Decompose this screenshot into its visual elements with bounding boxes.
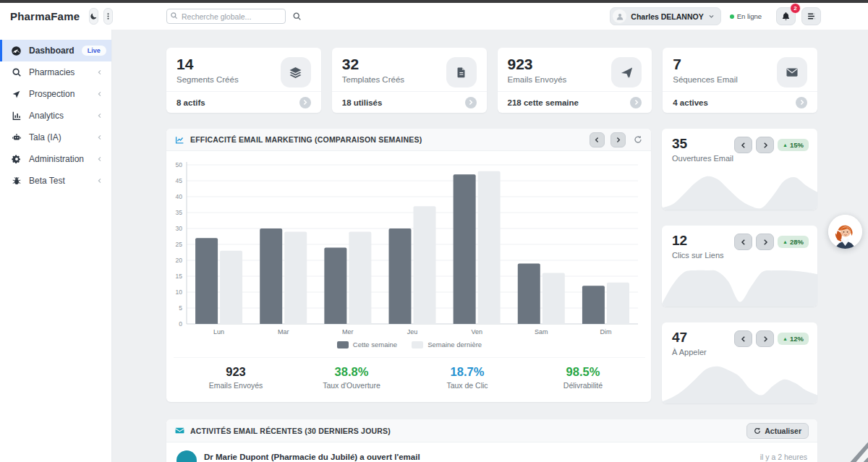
svg-text:Ven: Ven [471,328,482,335]
svg-text:45: 45 [176,177,183,184]
stat-card-top: 923 Emails Envoyés [508,56,642,87]
chart-kpi-value: 98.5% [525,365,641,379]
refresh-activities-button[interactable]: Actualiser [746,423,809,439]
menu-button[interactable] [801,7,821,25]
activity-avatar [176,450,197,462]
chevron-left-icon [97,134,103,140]
sidebar-item-label: Pharmacies [29,67,90,77]
header-right-cluster: Charles DELANNOY En ligne 2 [610,7,868,25]
app-logo: PharmaFame [10,10,80,22]
stat-footer-text: 8 actifs [176,98,205,107]
kpi-next-button[interactable] [756,137,774,153]
sidebar-item-label: Analytics [29,111,90,121]
stat-label: Séquences Email [673,75,738,84]
stat-value: 7 [673,56,738,72]
sidebar-item-pharmacies[interactable]: Pharmacies [0,61,111,83]
main-row: EFFICACITÉ EMAIL MARKETING (COMPARAISON … [166,129,817,403]
activity-row[interactable]: Dr Marie Dupont (Pharmacie du Jubilé) a … [166,442,817,462]
gear-icon [11,154,22,164]
legend-item: Semaine dernière [412,341,482,348]
sidebar-item-beta-test[interactable]: Beta Test [0,170,111,192]
kpi-value: 47 [672,330,707,345]
sidebar-item-label: Beta Test [29,176,90,186]
user-name: Charles DELANNOY [631,12,703,21]
legend-swatch [337,341,349,348]
stat-card-footer: 218 cette semaine [498,91,652,113]
stat-footer-text: 218 cette semaine [508,98,579,107]
sidebar-item-dashboard[interactable]: DashboardLive [0,40,111,61]
kpi-label: Ouvertures Email [672,154,733,163]
kpi-prev-button[interactable] [734,137,752,153]
sidebar-item-administration[interactable]: Administration [0,148,111,170]
more-options-button[interactable] [103,8,113,25]
activities-list: Dr Marie Dupont (Pharmacie du Jubilé) a … [166,442,817,462]
stat-card-footer: 18 utilisés [332,91,487,113]
go-arrow-icon[interactable] [465,97,477,108]
sidebar-item-label: Tala (IA) [29,132,90,142]
go-arrow-icon[interactable] [630,97,642,108]
chart-next-button[interactable] [610,132,626,147]
user-avatar [613,9,626,23]
go-arrow-icon[interactable] [299,97,311,108]
search-submit-icon[interactable] [292,12,302,21]
send-icon [11,90,22,99]
chart-kpi-label: Délivrabilité [525,381,641,390]
chart-kpi-label: Emails Envoyés [178,381,294,390]
chart-kpi: 38.8% Taux d'Ouverture [294,365,409,390]
stat-card-top: 14 Segments Créés [176,56,311,87]
go-arrow-icon[interactable] [796,97,807,108]
kpi-value: 35 [672,137,733,151]
sidebar-item-tala-ia[interactable]: Tala (IA) [0,127,111,148]
stat-card: 14 Segments Créés 8 actifs [166,48,321,113]
brand-zone: PharmaFame [0,8,112,25]
chart-kpi-value: 923 [178,365,294,379]
kpi-controls: ▲ 12% [734,330,809,356]
activity-text: Dr Marie Dupont (Pharmacie du Jubilé) a … [204,450,753,461]
online-status: En ligne [730,12,762,20]
svg-text:30: 30 [176,225,183,232]
kpi-controls: ▲ 28% [734,234,809,260]
search-zone [166,9,302,24]
assistant-avatar-button[interactable] [828,215,862,249]
svg-text:0: 0 [179,320,182,328]
svg-text:Jeu: Jeu [407,328,418,335]
stat-card-text: 32 Templates Créés [342,56,404,87]
stat-cards-row: 14 Segments Créés 8 actifs 32 Templates … [166,48,817,113]
file-icon [446,57,477,87]
legend-swatch [412,341,423,348]
kpi-card-top: 12 Clics sur Liens ▲ 28% [662,226,817,260]
sidebar-item-prospection[interactable]: Prospection [0,83,111,105]
sidebar-item-analytics[interactable]: Analytics [0,105,111,127]
stat-card-top: 32 Templates Créés [342,56,477,87]
svg-text:25: 25 [176,241,183,248]
kpi-prev-button[interactable] [734,234,752,250]
global-search [166,9,286,24]
kpi-next-button[interactable] [756,234,774,250]
chart-refresh-icon[interactable] [634,135,642,144]
chart-prev-button[interactable] [590,132,605,147]
kpi-card-top: 35 Ouvertures Email ▲ 15% [662,129,817,163]
stat-label: Segments Créés [176,75,239,84]
stat-footer-text: 18 utilisés [342,98,383,107]
chevron-left-icon [97,113,103,119]
search-input[interactable] [166,9,286,24]
legend-label: Cette semaine [353,341,397,348]
kpi-next-button[interactable] [756,330,774,347]
stat-value: 14 [176,56,239,72]
kpi-controls: ▲ 15% [734,137,809,163]
paper-plane-icon [611,57,642,87]
caret-up-icon: ▲ [783,239,788,244]
kpi-prev-button[interactable] [734,330,752,347]
user-menu-button[interactable]: Charles DELANNOY [610,7,720,25]
top-bar: PharmaFame Charles DELANNOY [0,3,868,30]
legend-item: Cette semaine [337,341,397,348]
kpi-column: 35 Ouvertures Email ▲ 15% 12 [662,129,817,403]
chevron-left-icon [594,137,600,143]
svg-text:Mer: Mer [342,328,354,335]
live-badge: Live [82,46,106,56]
caret-up-icon: ▲ [783,336,788,341]
kpi-label: À Appeler [672,348,707,356]
stat-card-text: 923 Emails Envoyés [508,56,567,87]
envelope-icon [175,426,184,435]
dark-mode-button[interactable] [89,8,98,25]
